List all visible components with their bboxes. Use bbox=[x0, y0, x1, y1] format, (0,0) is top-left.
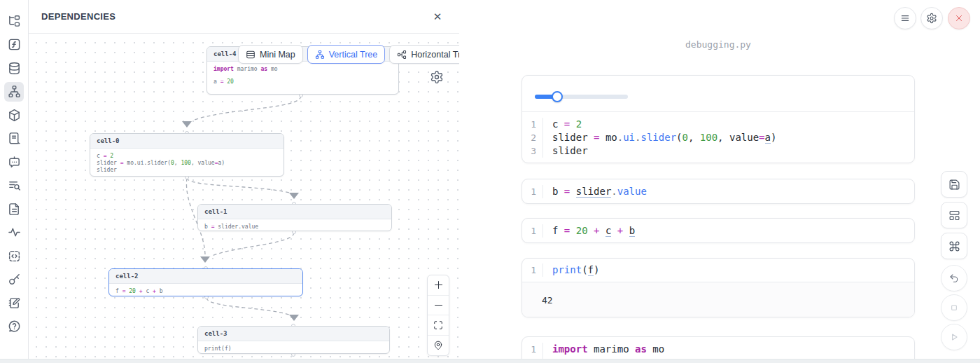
sidebar-item-documentation[interactable] bbox=[4, 129, 24, 149]
fit-view-button[interactable] bbox=[428, 315, 449, 336]
rows-icon bbox=[246, 50, 255, 60]
marimo-app: DEPENDENCIES ✕ bbox=[0, 0, 980, 363]
undo-icon bbox=[948, 273, 960, 284]
help-icon bbox=[8, 320, 21, 333]
function-icon bbox=[8, 38, 21, 51]
stop-button[interactable] bbox=[941, 294, 967, 321]
dependency-graph-canvas[interactable]: cell-4 import marimo as moa = 20 cell-0 … bbox=[29, 34, 459, 363]
scroll-icon bbox=[8, 132, 21, 145]
close-icon bbox=[954, 13, 964, 23]
sidebar-item-help[interactable] bbox=[4, 317, 24, 336]
notebook-cell: 1b = slider.value bbox=[522, 179, 915, 204]
dependency-graph-icon bbox=[8, 85, 21, 98]
node-code: b = slider.value bbox=[198, 219, 391, 231]
node-title: cell-0 bbox=[90, 134, 284, 149]
slider-widget[interactable] bbox=[535, 95, 628, 99]
code-editor[interactable]: 1b = slider.value bbox=[522, 179, 914, 204]
sidebar-item-logs[interactable] bbox=[4, 176, 24, 196]
chat-icon bbox=[8, 156, 21, 169]
key-icon bbox=[8, 273, 21, 286]
fit-view-icon bbox=[433, 320, 443, 330]
notebook-menu-button[interactable] bbox=[894, 7, 916, 29]
sidebar-item-secrets[interactable] bbox=[4, 270, 24, 289]
undo-button[interactable] bbox=[941, 265, 967, 292]
activity-icon bbox=[8, 226, 21, 239]
sidebar-item-tracing[interactable] bbox=[4, 223, 24, 242]
snippets-icon bbox=[8, 249, 21, 263]
slider-handle[interactable] bbox=[552, 91, 563, 102]
dependencies-header: DEPENDENCIES ✕ bbox=[29, 0, 459, 34]
node-title: cell-2 bbox=[109, 269, 302, 284]
node-title: cell-1 bbox=[198, 205, 391, 219]
graph-view-toolbar: Mini Map Vertical Tree Horizontal Tree bbox=[238, 45, 459, 64]
zoom-in-button[interactable] bbox=[428, 275, 449, 296]
menu-icon bbox=[899, 13, 911, 24]
zoom-controls bbox=[427, 275, 449, 356]
node-code: f = 20 + c + b bbox=[109, 284, 302, 296]
list-search-icon bbox=[8, 179, 21, 192]
sidebar-item-chat[interactable] bbox=[4, 152, 24, 172]
vertical-tree-button[interactable]: Vertical Tree bbox=[307, 45, 385, 64]
minimap-button[interactable]: Mini Map bbox=[238, 45, 303, 64]
code-editor[interactable]: 1c = 22slider = mo.ui.slider(0, 100, val… bbox=[522, 112, 914, 163]
notebook-cell: 1c = 22slider = mo.ui.slider(0, 100, val… bbox=[522, 75, 915, 163]
sidebar-item-datasources[interactable] bbox=[4, 58, 24, 78]
scratchpad-icon bbox=[8, 296, 21, 310]
stop-icon bbox=[948, 302, 960, 313]
map-pin-icon bbox=[433, 341, 443, 350]
database-icon bbox=[8, 62, 21, 75]
notebook-filename[interactable]: debugging.py bbox=[522, 39, 915, 50]
graph-node-cell-2[interactable]: cell-2 f = 20 + c + b bbox=[108, 268, 303, 296]
zoom-out-button[interactable] bbox=[428, 296, 449, 316]
panel-title: DEPENDENCIES bbox=[41, 11, 115, 22]
minus-icon bbox=[433, 300, 444, 310]
sidebar-item-snippets[interactable] bbox=[4, 246, 24, 266]
sidebar-item-packages[interactable] bbox=[4, 105, 24, 125]
sidebar-rail bbox=[0, 0, 29, 363]
notebook-area: debugging.py 1c = 22slider = mo.ui.slide… bbox=[460, 0, 980, 363]
save-button[interactable] bbox=[941, 171, 967, 198]
notebook-settings-button[interactable] bbox=[920, 7, 943, 29]
notebook-close-button[interactable] bbox=[948, 7, 970, 29]
sidebar-item-dependencies[interactable] bbox=[4, 82, 24, 102]
close-panel-icon[interactable]: ✕ bbox=[430, 9, 445, 25]
node-code: import marimo as moa = 20 bbox=[207, 62, 398, 94]
cell-output: 42 bbox=[522, 282, 914, 317]
run-button[interactable] bbox=[941, 324, 967, 350]
notebook-cell: 1print(f) 42 bbox=[522, 258, 915, 317]
slider-output-area bbox=[522, 76, 914, 112]
save-icon bbox=[948, 179, 960, 191]
graph-node-cell-0[interactable]: cell-0 c = 2slider = mo.ui.slider(0, 100… bbox=[90, 133, 284, 177]
sidebar-item-file-tree[interactable] bbox=[4, 11, 24, 31]
settings-gear-icon bbox=[926, 13, 937, 24]
horizontal-tree-icon bbox=[397, 50, 407, 60]
graph-node-cell-1[interactable]: cell-1 b = slider.value bbox=[197, 204, 392, 231]
code-editor[interactable]: 1f = 20 + c + b bbox=[522, 219, 914, 243]
layout-button[interactable] bbox=[941, 202, 967, 228]
shortcuts-button[interactable] bbox=[941, 233, 967, 259]
notebook-cell: 1f = 20 + c + b bbox=[522, 218, 915, 243]
sidebar-item-functions[interactable] bbox=[4, 35, 24, 55]
file-tree-icon bbox=[8, 15, 21, 28]
plus-icon bbox=[433, 280, 444, 290]
document-icon bbox=[8, 203, 21, 216]
dependencies-panel: DEPENDENCIES ✕ bbox=[29, 0, 459, 363]
package-icon bbox=[8, 109, 21, 122]
window-bottom-edge bbox=[0, 359, 980, 363]
graph-settings-gear-icon[interactable] bbox=[430, 70, 445, 85]
node-code: print(f) bbox=[198, 341, 389, 354]
sidebar-item-scratchpad[interactable] bbox=[4, 293, 24, 313]
node-title: cell-3 bbox=[198, 327, 389, 341]
horizontal-tree-button[interactable]: Horizontal Tree bbox=[389, 45, 459, 64]
locate-button[interactable] bbox=[428, 336, 449, 356]
run-play-icon bbox=[948, 331, 960, 343]
command-icon bbox=[948, 240, 960, 252]
layout-icon bbox=[948, 210, 960, 221]
node-code: c = 2slider = mo.ui.slider(0, 100, value… bbox=[90, 149, 284, 177]
vertical-tree-icon bbox=[315, 50, 325, 60]
code-editor[interactable]: 1print(f) bbox=[522, 259, 914, 282]
sidebar-item-files[interactable] bbox=[4, 199, 24, 219]
graph-node-cell-3[interactable]: cell-3 print(f) bbox=[197, 326, 390, 354]
